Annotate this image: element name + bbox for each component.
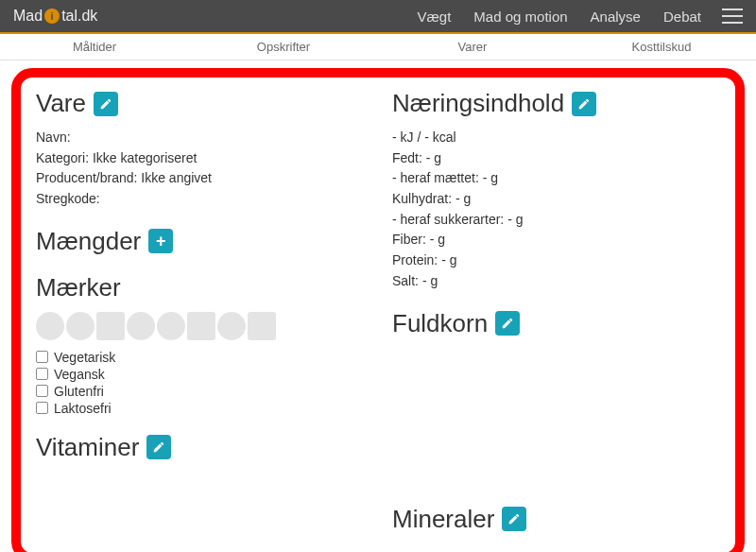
tab-varer[interactable]: Varer	[378, 34, 567, 60]
fuldkorn-edit-button[interactable]	[495, 311, 520, 336]
vare-stregkode: Stregkode:	[36, 189, 364, 210]
mark-icon[interactable]	[36, 312, 64, 340]
vare-kategori: Kategori: Ikke kategoriseret	[36, 148, 364, 169]
nav-mad-og-motion[interactable]: Mad og motion	[462, 9, 578, 25]
info-icon: i	[44, 9, 60, 24]
maerker-checklist: Vegetarisk Vegansk Glutenfri Laktosefri	[36, 350, 364, 416]
naering-salt: Salt: - g	[392, 271, 720, 292]
right-column: Næringsindhold - kJ / - kcal Fedt: - g -…	[392, 83, 720, 543]
maengder-heading: Mængder +	[36, 227, 364, 256]
left-column: Vare Navn: Kategori: Ikke kategoriseret …	[36, 83, 364, 543]
check-vegansk[interactable]: Vegansk	[36, 367, 364, 382]
naering-heading: Næringsindhold	[392, 89, 720, 118]
mineraler-title: Mineraler	[392, 505, 494, 534]
checkbox-glutenfri[interactable]	[36, 385, 48, 397]
mineraler-edit-button[interactable]	[502, 507, 526, 531]
hamburger-menu-icon[interactable]	[722, 9, 743, 24]
fuldkorn-title: Fuldkorn	[392, 309, 488, 338]
check-label: Glutenfri	[54, 384, 104, 399]
check-vegetarisk[interactable]: Vegetarisk	[36, 350, 364, 365]
nav-vaegt[interactable]: Vægt	[406, 9, 463, 25]
mineraler-heading: Mineraler	[392, 505, 720, 534]
maengder-add-button[interactable]: +	[148, 229, 173, 253]
brand-pre: Mad	[13, 8, 43, 25]
mark-icons-row	[36, 312, 364, 340]
vare-title: Vare	[36, 89, 86, 118]
naering-energy: - kJ / - kcal	[392, 128, 720, 148]
vare-heading: Vare	[36, 89, 364, 118]
mark-icon[interactable]	[127, 312, 155, 340]
vare-producent: Producent/brand: Ikke angivet	[36, 168, 364, 189]
check-label: Laktosefri	[54, 401, 112, 416]
checkbox-laktosefri[interactable]	[36, 402, 48, 414]
nav-analyse[interactable]: Analyse	[579, 9, 652, 25]
naering-protein: Protein: - g	[392, 250, 720, 271]
check-label: Vegansk	[54, 367, 105, 382]
naering-title: Næringsindhold	[392, 89, 564, 118]
pencil-icon	[501, 317, 514, 330]
tab-opskrifter[interactable]: Opskrifter	[189, 34, 378, 60]
top-nav: Vægt Mad og motion Analyse Debat	[406, 9, 744, 25]
vare-navn: Navn:	[36, 128, 364, 148]
vare-details: Navn: Kategori: Ikke kategoriseret Produ…	[36, 128, 364, 210]
vitaminer-heading: Vitaminer	[36, 433, 364, 462]
mark-icon[interactable]	[96, 312, 125, 340]
tab-kosttilskud[interactable]: Kosttilskud	[567, 34, 756, 60]
vitaminer-edit-button[interactable]	[146, 435, 171, 459]
check-laktosefri[interactable]: Laktosefri	[36, 401, 364, 416]
checkbox-vegetarisk[interactable]	[36, 351, 48, 363]
pencil-icon	[99, 97, 112, 111]
naering-fiber: Fiber: - g	[392, 230, 720, 250]
naering-sugar: - heraf sukkerarter: - g	[392, 210, 720, 231]
check-glutenfri[interactable]: Glutenfri	[36, 384, 364, 399]
nav-debat[interactable]: Debat	[652, 9, 713, 25]
pencil-icon	[152, 440, 165, 454]
mark-icon[interactable]	[187, 312, 215, 340]
mark-icon[interactable]	[66, 312, 94, 340]
naering-fat: Fedt: - g	[392, 148, 720, 169]
brand-logo[interactable]: Mad i tal.dk	[13, 8, 97, 25]
mark-icon[interactable]	[157, 312, 185, 340]
vitaminer-title: Vitaminer	[36, 433, 139, 462]
subtabs: Måltider Opskrifter Varer Kosttilskud	[0, 34, 756, 60]
pencil-icon	[577, 97, 591, 111]
brand-post: tal.dk	[61, 8, 97, 25]
maengder-title: Mængder	[36, 227, 141, 256]
mark-icon[interactable]	[248, 312, 276, 340]
content: Vare Navn: Kategori: Ikke kategoriseret …	[0, 60, 756, 552]
naering-sat: - heraf mættet: - g	[392, 168, 720, 189]
tab-maaltider[interactable]: Måltider	[0, 34, 189, 60]
maerker-heading: Mærker	[36, 273, 364, 302]
pencil-icon	[507, 512, 521, 526]
fuldkorn-heading: Fuldkorn	[392, 309, 720, 338]
naering-carb: Kulhydrat: - g	[392, 189, 720, 210]
check-label: Vegetarisk	[54, 350, 115, 365]
naering-details: - kJ / - kcal Fedt: - g - heraf mættet: …	[392, 128, 720, 292]
mark-icon[interactable]	[217, 312, 246, 340]
checkbox-vegansk[interactable]	[36, 368, 48, 380]
vare-edit-button[interactable]	[94, 92, 118, 116]
topbar: Mad i tal.dk Vægt Mad og motion Analyse …	[0, 0, 756, 34]
maerker-title: Mærker	[36, 273, 121, 302]
naering-edit-button[interactable]	[572, 92, 596, 116]
